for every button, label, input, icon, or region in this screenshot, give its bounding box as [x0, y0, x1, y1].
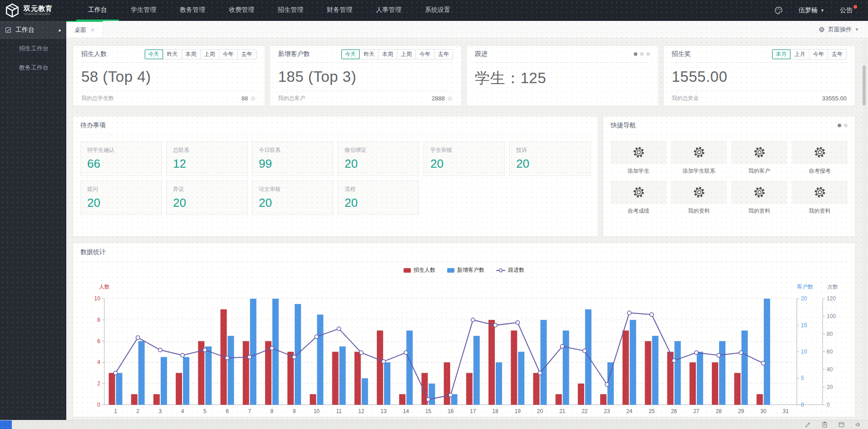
- tab-label: 桌面: [74, 26, 86, 34]
- filter-上月[interactable]: 上月: [790, 50, 809, 59]
- filter-上周[interactable]: 上周: [397, 50, 415, 59]
- todo-value: 20: [173, 196, 241, 210]
- filter-去年[interactable]: 去年: [828, 50, 846, 59]
- quick-nav-item-2[interactable]: 添加学生联系: [671, 140, 727, 175]
- stat-card-value: 学生：125: [475, 68, 650, 89]
- todo-tile-7[interactable]: 提问20: [80, 180, 162, 215]
- todo-value: 20: [345, 157, 412, 171]
- quick-nav-item-1[interactable]: 添加学生: [611, 140, 666, 175]
- user-menu[interactable]: 伍梦楠 ▼: [799, 6, 824, 15]
- filter-本周[interactable]: 本周: [378, 50, 397, 59]
- todo-label: 总联系: [173, 146, 241, 154]
- quick-nav-item-3[interactable]: 我的客户: [731, 140, 787, 175]
- clipboard-icon[interactable]: [821, 421, 828, 428]
- pencil-icon[interactable]: [804, 421, 811, 428]
- quick-nav-item-6[interactable]: 我的资料: [671, 180, 727, 215]
- todo-label: 异议: [173, 185, 241, 193]
- logo[interactable]: 双元教育 Vocational Education: [0, 0, 76, 21]
- nav-item-8[interactable]: 系统设置: [413, 0, 462, 21]
- filter-今天[interactable]: 今天: [145, 50, 163, 59]
- legend-item-新增客户数[interactable]: 新增客户数: [447, 266, 484, 274]
- todo-tile-5[interactable]: 学生审核20: [424, 141, 505, 176]
- todo-tile-1[interactable]: 待学生确认66: [80, 141, 162, 176]
- quick-nav-item-4[interactable]: 自考报考: [792, 140, 848, 175]
- filter-本周[interactable]: 本周: [182, 50, 200, 59]
- filter-去年[interactable]: 去年: [237, 50, 256, 59]
- todo-tile-8[interactable]: 异议20: [166, 180, 247, 215]
- todo-value: 20: [259, 196, 326, 210]
- logo-title: 双元教育: [24, 5, 53, 13]
- todo-tile-3[interactable]: 今日联系99: [252, 141, 333, 176]
- sidebar-header-workbench[interactable]: 工作台 ▲: [0, 21, 66, 39]
- svg-text:6: 6: [226, 408, 229, 414]
- legend-bar-marker: [447, 268, 454, 273]
- filter-本月[interactable]: 本月: [772, 50, 790, 59]
- quick-nav-label: 添加学生: [611, 167, 666, 175]
- stat-card-title: 招生人数: [81, 50, 107, 58]
- svg-text:27: 27: [693, 408, 700, 414]
- svg-text:100: 100: [827, 313, 836, 319]
- sidebar-item-2[interactable]: 教务工作台: [0, 58, 66, 77]
- todo-tile-6[interactable]: 投诉20: [509, 141, 591, 176]
- quick-nav-pagination-dot[interactable]: [838, 124, 841, 127]
- quick-nav-label: 自考报考: [792, 167, 848, 175]
- chevron-up-icon: ▲: [58, 28, 62, 32]
- nav-item-2[interactable]: 学生管理: [119, 0, 168, 21]
- svg-text:14: 14: [403, 408, 409, 414]
- nav-item-4[interactable]: 收费管理: [217, 0, 266, 21]
- quick-nav-pagination-dot[interactable]: [844, 124, 848, 127]
- todo-value: 20: [430, 157, 498, 171]
- speaker-icon[interactable]: [855, 421, 862, 428]
- nav-item-7[interactable]: 人事管理: [364, 0, 413, 21]
- nav-item-3[interactable]: 教务管理: [168, 0, 217, 21]
- legend-item-招生人数[interactable]: 招生人数: [404, 266, 435, 274]
- quick-nav-label: 自考成绩: [611, 207, 666, 215]
- filter-昨天[interactable]: 昨天: [163, 50, 182, 59]
- filter-今年[interactable]: 今年: [415, 50, 434, 59]
- svg-text:40: 40: [827, 366, 833, 373]
- window-icon[interactable]: [838, 421, 845, 428]
- todo-tile-10[interactable]: 流程20: [338, 180, 419, 215]
- nav-item-6[interactable]: 财务管理: [315, 0, 364, 21]
- todo-tile-4[interactable]: 微信绑定20: [338, 141, 419, 176]
- theme-palette-icon[interactable]: [774, 6, 783, 15]
- scrollbar-thumb[interactable]: [863, 65, 866, 105]
- page-actions-button[interactable]: 页面操作 ▼: [809, 21, 868, 38]
- stat-card-pagination-dot[interactable]: [634, 52, 637, 56]
- svg-text:22: 22: [582, 408, 588, 414]
- stat-card-pagination-dot[interactable]: [646, 52, 650, 56]
- tab-desktop[interactable]: 桌面 ×: [66, 21, 103, 38]
- close-icon[interactable]: ×: [91, 26, 94, 34]
- footer-number: 2888: [432, 95, 445, 102]
- quick-nav-title: 快捷导航: [611, 121, 636, 130]
- filter-今年[interactable]: 今年: [809, 50, 828, 59]
- quick-nav-item-5[interactable]: 自考成绩: [611, 180, 666, 215]
- gear-icon: [632, 186, 645, 199]
- filter-今年[interactable]: 今年: [219, 50, 237, 59]
- stat-card-footer-label: 我的总奖金: [672, 95, 699, 102]
- scrollbar-track[interactable]: [863, 39, 867, 418]
- nav-item-1[interactable]: 工作台: [76, 0, 119, 21]
- filter-上周[interactable]: 上周: [200, 50, 219, 59]
- filter-去年[interactable]: 去年: [434, 50, 453, 59]
- nav-item-5[interactable]: 招生管理: [266, 0, 315, 21]
- legend-item-跟进数[interactable]: 跟进数: [496, 266, 524, 274]
- svg-text:23: 23: [604, 408, 610, 414]
- filter-今天[interactable]: 今天: [341, 50, 360, 59]
- svg-text:0: 0: [97, 402, 100, 408]
- filter-昨天[interactable]: 昨天: [360, 50, 378, 59]
- quick-nav-item-8[interactable]: 我的资料: [792, 180, 848, 215]
- stat-card-pagination-dot[interactable]: [640, 52, 644, 56]
- stat-card-footer-value: 33555.00: [822, 95, 847, 102]
- taskbar-start-button[interactable]: [0, 420, 12, 429]
- todo-tile-9[interactable]: 论文审核20: [252, 180, 333, 215]
- stat-card-footer-label: 我的总客户: [278, 95, 306, 102]
- todo-tile-2[interactable]: 总联系12: [166, 141, 247, 176]
- svg-text:0: 0: [827, 402, 830, 408]
- sidebar-item-1[interactable]: 招生工作台: [0, 39, 66, 58]
- todo-label: 提问: [87, 185, 155, 193]
- quick-nav-item-7[interactable]: 我的资料: [731, 180, 787, 215]
- workbench-icon: [5, 26, 12, 34]
- notice-button[interactable]: 公告: [840, 6, 856, 15]
- stat-card-footer-value: 88☺: [242, 95, 256, 102]
